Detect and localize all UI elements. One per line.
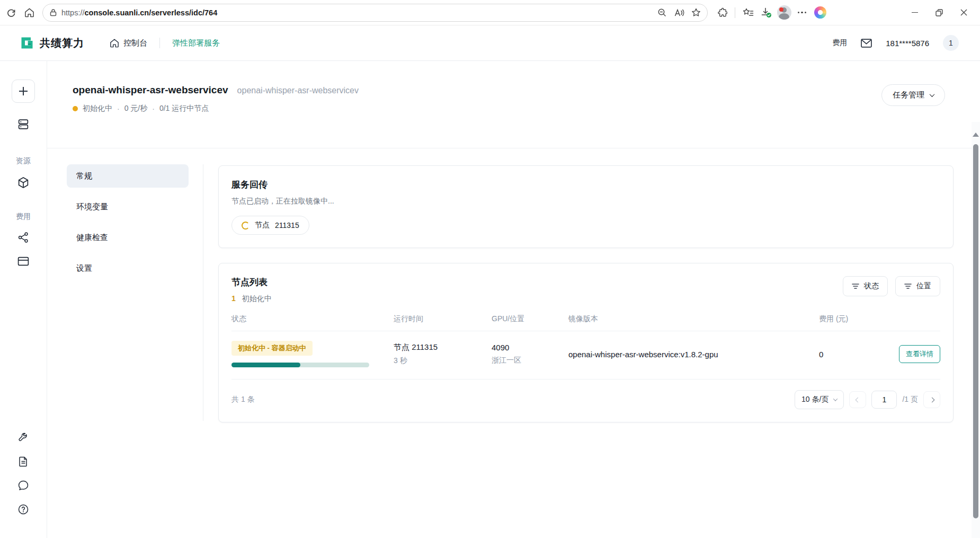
downloads-button[interactable]	[757, 4, 775, 22]
restore-button[interactable]	[927, 2, 951, 23]
reload-icon	[6, 8, 16, 17]
row-node-name: 节点 211315	[394, 342, 492, 352]
rail-item-help[interactable]	[17, 504, 29, 515]
nav-console[interactable]: 控制台	[110, 38, 147, 48]
rail-item-tools[interactable]	[17, 432, 29, 444]
close-button[interactable]	[951, 2, 976, 23]
chevron-down-icon	[930, 92, 935, 97]
progress-bar	[231, 363, 369, 367]
wrench-icon	[17, 432, 29, 444]
ellipsis-icon	[798, 12, 807, 14]
settings-menu-button[interactable]	[793, 4, 811, 22]
url-domain: console.suanli.cn	[85, 8, 149, 17]
brand-logo	[20, 36, 34, 50]
minimize-button[interactable]	[903, 2, 927, 23]
star-icon	[691, 8, 701, 17]
rail-item-docs[interactable]	[18, 456, 29, 468]
brand[interactable]: 共绩算力	[20, 36, 84, 50]
restore-icon	[936, 9, 943, 16]
status-dot	[73, 106, 78, 111]
minimize-icon	[912, 12, 918, 13]
page-size-select[interactable]: 10 条/页	[795, 390, 844, 409]
filter-status-button[interactable]: 状态	[843, 276, 888, 296]
rail-item-share[interactable]	[17, 232, 29, 243]
url-path: /serverless/idc/764	[149, 8, 217, 17]
lock-icon	[50, 8, 57, 16]
filter-icon	[904, 283, 912, 289]
col-cost: 费用 (元)	[819, 314, 882, 324]
mail-icon[interactable]	[861, 39, 872, 48]
nav-elastic-deploy[interactable]: 弹性部署服务	[172, 38, 220, 48]
icon-rail: 资源 费用	[0, 61, 47, 538]
console-home-icon	[110, 38, 119, 48]
row-region: 浙江一区	[492, 356, 568, 365]
node-chip[interactable]: 节点 211315	[231, 216, 309, 235]
notification-dot	[779, 7, 783, 12]
read-aloud-button[interactable]	[671, 5, 687, 21]
plus-icon	[19, 87, 28, 95]
status-text: 初始化中	[83, 104, 112, 113]
service-callback-card: 服务回传 节点已启动，正在拉取镜像中... 节点 211315	[218, 165, 954, 248]
loading-spinner-icon	[242, 222, 250, 230]
reload-button[interactable]	[2, 4, 20, 22]
row-runtime: 3 秒	[394, 356, 492, 366]
browser-toolbar: https://console.suanli.cn/serverless/idc…	[0, 0, 980, 25]
table-header: 状态 运行时间 GPU/位置 镜像版本 费用 (元)	[231, 314, 940, 331]
zoom-out-button[interactable]	[654, 5, 670, 21]
zoom-out-icon	[657, 8, 667, 17]
col-status: 状态	[231, 314, 394, 324]
tab-env-vars[interactable]: 环境变量	[67, 195, 189, 218]
page-subtitle: openai-whisper-asr-webservicev	[237, 86, 359, 95]
toolbar-divider	[735, 7, 735, 18]
filter-location-button[interactable]: 位置	[895, 276, 940, 296]
account-phone[interactable]: 181****5876	[886, 39, 929, 48]
page-number-input[interactable]	[871, 391, 897, 409]
header-count-badge[interactable]: 1	[943, 35, 959, 51]
home-button[interactable]	[20, 4, 38, 22]
rate-text: 0 元/秒	[124, 104, 148, 113]
view-detail-button[interactable]: 查看详情	[899, 345, 940, 363]
tab-settings[interactable]: 设置	[67, 257, 189, 280]
header-billing-link[interactable]: 费用	[832, 38, 847, 48]
filter-icon	[852, 283, 859, 289]
node-count-status: 初始化中	[242, 294, 272, 303]
table-row: 初始化中 - 容器启动中 节点 211315 3 秒 4090	[231, 331, 940, 380]
rail-item-billing-card[interactable]	[17, 256, 30, 267]
scroll-up-arrow[interactable]	[973, 133, 979, 137]
address-bar[interactable]: https://console.suanli.cn/serverless/idc…	[42, 4, 708, 22]
favorite-star-button[interactable]	[688, 5, 704, 21]
copilot-button[interactable]	[811, 4, 829, 22]
rail-item-deployments[interactable]	[17, 118, 30, 130]
window-controls	[903, 2, 976, 23]
profile-button[interactable]	[775, 4, 793, 22]
vertical-scrollbar[interactable]	[972, 122, 980, 538]
page-title: openai-whisper-asr-webservicev	[73, 84, 228, 96]
copilot-icon	[814, 6, 826, 19]
url-protocol: https://	[61, 8, 85, 17]
rail-item-feedback[interactable]	[17, 480, 29, 491]
task-manage-button[interactable]: 任务管理	[881, 84, 945, 106]
node-list-card: 节点列表 1 初始化中 状态	[218, 263, 954, 422]
callback-card-title: 服务回传	[231, 179, 940, 191]
profile-avatar	[777, 5, 791, 20]
pagination-total: 共 1 条	[231, 395, 255, 404]
close-icon	[960, 9, 967, 16]
progress-fill	[231, 363, 300, 367]
tab-general[interactable]: 常规	[67, 164, 189, 188]
extensions-button[interactable]	[713, 4, 731, 22]
chat-bubble-icon	[17, 480, 29, 491]
page-total-label: /1 页	[902, 395, 918, 404]
next-page-button[interactable]	[923, 391, 940, 408]
row-image: openai-whisper-asr-webservice:v1.8.2-gpu	[568, 350, 819, 359]
prev-page-button[interactable]	[849, 391, 866, 408]
node-chip-label: 节点	[255, 221, 270, 230]
rail-item-resources[interactable]	[17, 177, 30, 189]
brand-name: 共绩算力	[40, 36, 84, 50]
tab-health-check[interactable]: 健康检查	[67, 226, 189, 249]
scrollbar-thumb[interactable]	[973, 144, 978, 518]
main-content: openai-whisper-asr-webservicev openai-wh…	[47, 61, 980, 538]
create-service-button[interactable]	[12, 80, 35, 103]
nav-console-label: 控制台	[123, 38, 147, 48]
collections-button[interactable]	[739, 4, 757, 22]
document-icon	[18, 456, 29, 468]
